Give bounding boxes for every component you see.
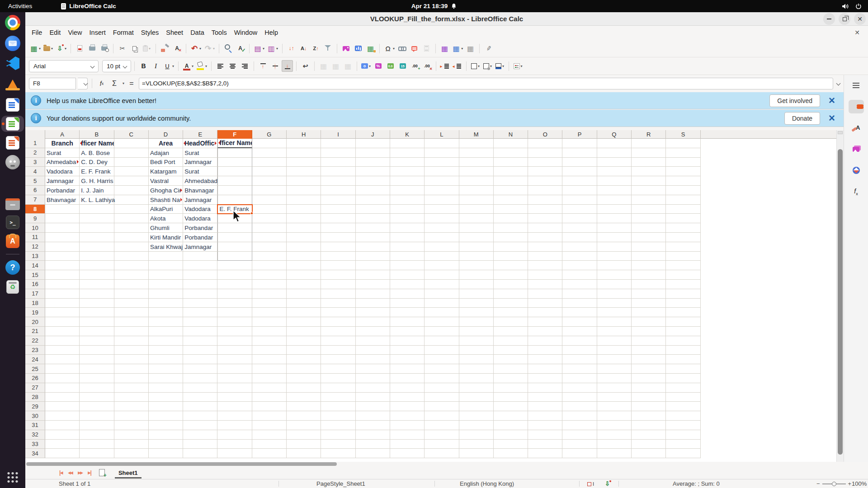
cell-R8[interactable] <box>632 205 666 214</box>
menu-styles[interactable]: Styles <box>137 26 163 40</box>
cell-B11[interactable] <box>80 233 114 242</box>
cell-G13[interactable] <box>252 252 287 261</box>
row-header-11[interactable]: 11 <box>25 233 45 242</box>
menu-tools[interactable]: Tools <box>208 26 231 40</box>
cell-C17[interactable] <box>114 289 149 299</box>
cell-P8[interactable] <box>562 205 597 214</box>
cell-A12[interactable] <box>45 242 80 252</box>
cell-G1[interactable] <box>252 139 287 148</box>
cell-H27[interactable] <box>287 383 321 393</box>
cell-D11[interactable]: Kirti Mandir <box>149 233 183 242</box>
cell-F4[interactable] <box>217 167 252 176</box>
cell-A23[interactable] <box>45 346 80 355</box>
cell-M17[interactable] <box>459 289 494 299</box>
cell-D23[interactable] <box>149 346 183 355</box>
row-header-20[interactable]: 20 <box>25 317 45 327</box>
cell-B34[interactable] <box>80 449 114 458</box>
merge-and-center-button[interactable] <box>318 60 329 72</box>
cell-G17[interactable] <box>252 289 287 299</box>
cell-R30[interactable] <box>632 411 666 421</box>
cell-A17[interactable] <box>45 289 80 299</box>
cell-J3[interactable] <box>356 158 390 167</box>
cell-P11[interactable] <box>562 233 597 242</box>
cell-F15[interactable] <box>217 270 252 280</box>
titlebar[interactable]: VLOOKUP_Fill_the_form.xlsx - LibreOffice… <box>25 12 868 26</box>
cell-L17[interactable] <box>425 289 459 299</box>
cell-E33[interactable] <box>183 440 217 449</box>
cell-S16[interactable] <box>666 280 700 289</box>
cell-O21[interactable] <box>528 327 562 336</box>
cell-Q9[interactable] <box>597 214 632 223</box>
row-header-10[interactable]: 10 <box>25 223 45 233</box>
cell-N4[interactable] <box>494 167 528 176</box>
row-header-24[interactable]: 24 <box>25 355 45 364</box>
cell-S32[interactable] <box>666 430 700 440</box>
cell-Q14[interactable] <box>597 261 632 270</box>
cell-R10[interactable] <box>632 223 666 233</box>
cell-M28[interactable] <box>459 393 494 402</box>
cell-K4[interactable] <box>390 167 425 176</box>
cell-M19[interactable] <box>459 308 494 317</box>
cell-Q28[interactable] <box>597 393 632 402</box>
cell-G11[interactable] <box>252 233 287 242</box>
cell-H32[interactable] <box>287 430 321 440</box>
cut-button[interactable] <box>117 42 128 54</box>
cell-M12[interactable] <box>459 242 494 252</box>
volume-icon[interactable] <box>842 3 849 9</box>
cell-S7[interactable] <box>666 195 700 205</box>
cell-D22[interactable] <box>149 336 183 346</box>
dropdown-arrow-icon[interactable]: ▾ <box>192 64 193 68</box>
cell-J34[interactable] <box>356 449 390 458</box>
cell-I1[interactable] <box>321 139 355 148</box>
row-header-34[interactable]: 34 <box>25 449 45 458</box>
cell-R29[interactable] <box>632 402 666 411</box>
sidebar-tab-gallery[interactable] <box>849 142 864 156</box>
cell-Q20[interactable] <box>597 317 632 327</box>
cell-A31[interactable] <box>45 421 80 430</box>
cell-H33[interactable] <box>287 440 321 449</box>
cell-S20[interactable] <box>666 317 700 327</box>
spelling-button[interactable] <box>235 42 246 54</box>
cell-H8[interactable] <box>287 205 321 214</box>
cell-K20[interactable] <box>390 317 425 327</box>
cell-P24[interactable] <box>562 355 597 364</box>
cell-E1[interactable]: HeadOffic <box>183 139 217 148</box>
dropdown-arrow-icon[interactable]: ▾ <box>369 64 371 68</box>
cell-O28[interactable] <box>528 393 562 402</box>
cell-O25[interactable] <box>528 364 562 374</box>
center-vertically-button[interactable] <box>269 60 281 72</box>
cell-L29[interactable] <box>425 402 459 411</box>
row-header-21[interactable]: 21 <box>25 327 45 336</box>
column-header-F[interactable]: F <box>217 130 252 139</box>
insert-comment-button[interactable] <box>409 42 420 54</box>
cell-C26[interactable] <box>114 374 149 383</box>
align-top-button[interactable] <box>257 60 269 72</box>
cell-Q25[interactable] <box>597 364 632 374</box>
cell-C4[interactable] <box>114 167 149 176</box>
cell-J27[interactable] <box>356 383 390 393</box>
cell-N6[interactable] <box>494 186 528 195</box>
cell-P32[interactable] <box>562 430 597 440</box>
cell-D3[interactable]: Bedi Port <box>149 158 183 167</box>
cell-N24[interactable] <box>494 355 528 364</box>
cell-Q6[interactable] <box>597 186 632 195</box>
cell-Q19[interactable] <box>597 308 632 317</box>
document-modified-icon[interactable]: ⇩ <box>605 479 610 488</box>
cell-R32[interactable] <box>632 430 666 440</box>
cell-B19[interactable] <box>80 308 114 317</box>
cell-M33[interactable] <box>459 440 494 449</box>
cell-J13[interactable] <box>356 252 390 261</box>
cell-N8[interactable] <box>494 205 528 214</box>
freeze-panes-button[interactable] <box>439 42 450 54</box>
dropdown-arrow-icon[interactable]: ▾ <box>502 64 504 68</box>
cell-F10[interactable] <box>217 223 252 233</box>
cell-L34[interactable] <box>425 449 459 458</box>
cell-N20[interactable] <box>494 317 528 327</box>
menu-file[interactable]: File <box>28 26 46 40</box>
cell-N17[interactable] <box>494 289 528 299</box>
cell-O32[interactable] <box>528 430 562 440</box>
cell-C8[interactable] <box>114 205 149 214</box>
cell-A29[interactable] <box>45 402 80 411</box>
cell-M26[interactable] <box>459 374 494 383</box>
cell-A27[interactable] <box>45 383 80 393</box>
